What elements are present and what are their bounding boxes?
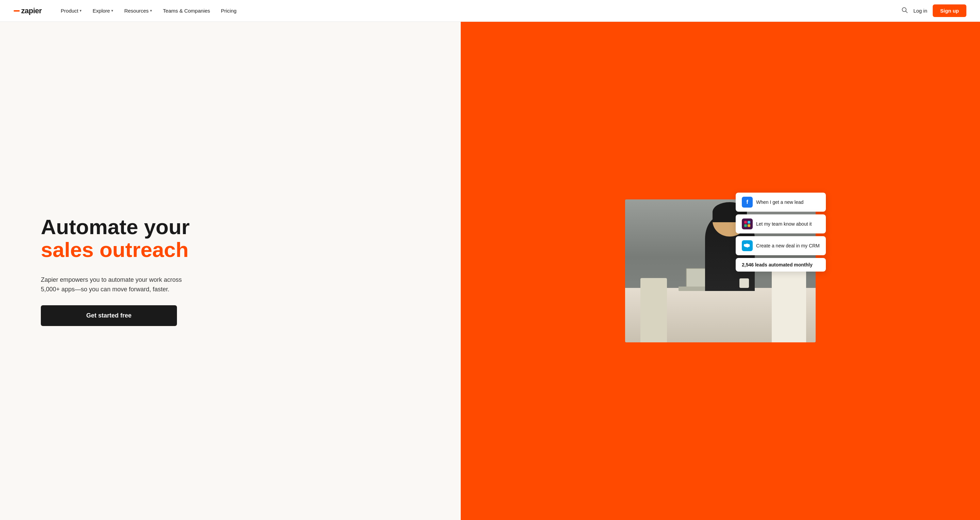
search-button[interactable] [901,6,908,15]
logo[interactable]: zapier [14,6,42,15]
facebook-icon: f [742,197,753,208]
overlay-cards: f When I get a new lead Let my te [736,192,826,272]
chevron-down-icon: ▾ [80,8,82,13]
nav-pricing[interactable]: Pricing [215,0,242,22]
stats-card: 2,546 leads automated monthly [736,258,826,272]
chevron-down-icon: ▾ [150,8,152,13]
nav-product[interactable]: Product ▾ [56,0,88,22]
get-started-button[interactable]: Get started free [41,305,177,326]
hero-right: f When I get a new lead Let my te [461,22,980,520]
nav-links: Product ▾ Explore ▾ Resources ▾ Teams & … [56,0,901,22]
chevron-down-icon: ▾ [111,8,113,13]
hero-title: Automate your sales outreach [41,216,440,261]
nav-teams[interactable]: Teams & Companies [158,0,215,22]
signup-button[interactable]: Sign up [933,5,966,17]
nav-right: Log in Sign up [901,5,966,17]
hero-left: Automate your sales outreach Zapier empo… [0,22,461,520]
main-nav: zapier Product ▾ Explore ▾ Resources ▾ T… [0,0,980,22]
hero-image-container: f When I get a new lead Let my te [625,199,816,342]
svg-line-1 [906,11,907,13]
logo-dash [14,10,20,11]
nav-explore[interactable]: Explore ▾ [87,0,119,22]
logo-text: zapier [21,6,42,15]
card-salesforce-action: Create a new deal in my CRM [736,236,826,255]
nav-resources[interactable]: Resources ▾ [119,0,158,22]
hero-section: Automate your sales outreach Zapier empo… [0,22,980,520]
hero-description: Zapier empowers you to automate your wor… [41,275,184,295]
salesforce-icon [742,240,753,251]
card-slack-action: Let my team know about it [736,215,826,234]
card-facebook-trigger: f When I get a new lead [736,192,826,211]
login-button[interactable]: Log in [913,8,927,14]
slack-icon [742,218,753,229]
